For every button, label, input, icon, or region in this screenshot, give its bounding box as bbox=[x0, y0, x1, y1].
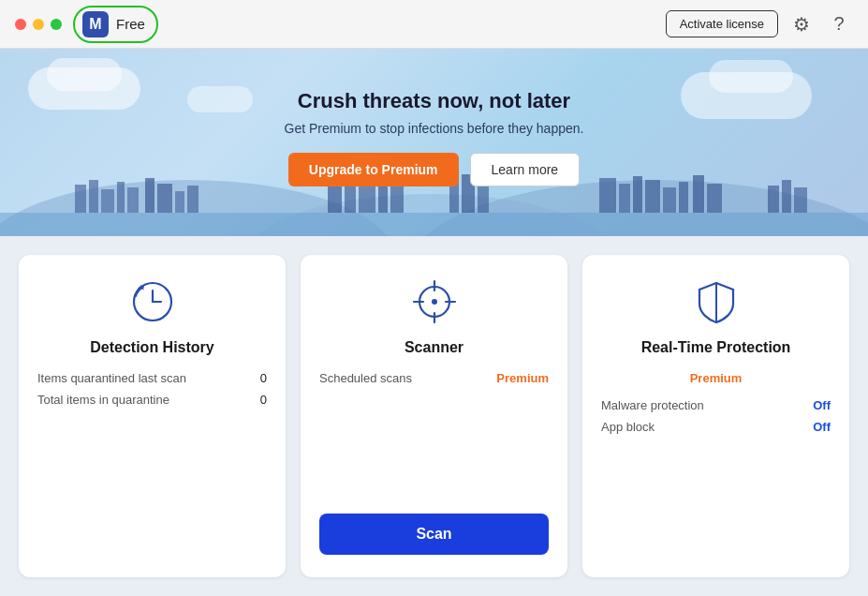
activate-license-button[interactable]: Activate license bbox=[666, 10, 778, 37]
svg-rect-31 bbox=[794, 187, 807, 213]
title-bar-right: Activate license ⚙ ? bbox=[666, 10, 853, 38]
svg-rect-11 bbox=[175, 191, 184, 213]
svg-rect-15 bbox=[359, 184, 375, 213]
svg-rect-27 bbox=[693, 175, 704, 213]
maximize-button[interactable] bbox=[51, 19, 62, 30]
svg-rect-10 bbox=[157, 184, 172, 213]
hero-title: Crush threats now, not later bbox=[285, 89, 584, 113]
svg-rect-24 bbox=[645, 180, 660, 213]
svg-point-41 bbox=[432, 299, 437, 305]
scheduled-scans-label: Scheduled scans bbox=[319, 371, 412, 385]
svg-rect-22 bbox=[619, 184, 630, 213]
svg-rect-7 bbox=[117, 182, 125, 213]
brand-logo: M bbox=[82, 11, 109, 37]
detection-history-card: Detection History Items quarantined last… bbox=[19, 255, 286, 577]
stat-row-quarantined: Items quarantined last scan 0 bbox=[37, 371, 267, 385]
svg-rect-26 bbox=[679, 182, 688, 213]
svg-rect-12 bbox=[187, 186, 199, 213]
app-block-row: App block Off bbox=[601, 420, 831, 434]
svg-rect-30 bbox=[782, 180, 791, 213]
malware-protection-value: Off bbox=[813, 398, 831, 412]
svg-rect-29 bbox=[768, 186, 779, 213]
cloud-left-top bbox=[47, 58, 122, 91]
realtime-protection-body: Malware protection Off App block Off bbox=[601, 398, 831, 555]
hero-subtitle: Get Premium to stop infections before th… bbox=[285, 121, 584, 136]
scheduled-scans-row: Scheduled scans Premium bbox=[319, 371, 549, 385]
shield-icon bbox=[692, 277, 741, 326]
help-icon[interactable]: ? bbox=[825, 10, 853, 38]
svg-rect-28 bbox=[707, 184, 722, 213]
traffic-lights bbox=[15, 19, 62, 30]
svg-rect-6 bbox=[101, 189, 114, 213]
svg-rect-21 bbox=[599, 178, 616, 213]
svg-rect-5 bbox=[89, 180, 98, 213]
cards-section: Detection History Items quarantined last… bbox=[0, 236, 868, 596]
scan-button[interactable]: Scan bbox=[319, 514, 549, 555]
quarantined-label: Items quarantined last scan bbox=[37, 371, 186, 385]
svg-rect-9 bbox=[145, 178, 154, 213]
scanner-card: Scanner Scheduled scans Premium Scan bbox=[301, 255, 567, 577]
hero-content: Crush threats now, not later Get Premium… bbox=[285, 89, 584, 186]
close-button[interactable] bbox=[15, 19, 26, 30]
hero-section: Crush threats now, not later Get Premium… bbox=[0, 49, 868, 236]
learn-more-button[interactable]: Learn more bbox=[470, 153, 581, 186]
total-value: 0 bbox=[260, 393, 267, 407]
svg-rect-25 bbox=[663, 187, 676, 213]
detection-history-title: Detection History bbox=[90, 339, 213, 356]
upgrade-premium-button[interactable]: Upgrade to Premium bbox=[288, 153, 459, 186]
quarantined-value: 0 bbox=[260, 371, 267, 385]
app-block-label: App block bbox=[601, 420, 655, 434]
scheduled-scans-value: Premium bbox=[496, 371, 549, 385]
minimize-button[interactable] bbox=[33, 19, 44, 30]
svg-rect-8 bbox=[127, 187, 139, 213]
malware-protection-label: Malware protection bbox=[601, 398, 704, 412]
hero-buttons: Upgrade to Premium Learn more bbox=[285, 153, 584, 186]
brand-area: M Free bbox=[73, 6, 158, 43]
settings-icon[interactable]: ⚙ bbox=[787, 10, 816, 38]
realtime-protection-card: Real-Time Protection Premium Malware pro… bbox=[582, 255, 849, 577]
history-icon bbox=[128, 277, 177, 326]
svg-rect-20 bbox=[478, 184, 489, 213]
cloud-center-left bbox=[187, 86, 253, 112]
scanner-body: Scheduled scans Premium bbox=[319, 371, 549, 504]
svg-rect-3 bbox=[0, 213, 868, 236]
realtime-premium-badge: Premium bbox=[690, 371, 743, 385]
detection-history-body: Items quarantined last scan 0 Total item… bbox=[37, 371, 267, 555]
realtime-protection-title: Real-Time Protection bbox=[641, 339, 791, 356]
scanner-title: Scanner bbox=[405, 339, 463, 356]
cloud-right-top bbox=[709, 60, 793, 93]
title-bar: M Free Activate license ⚙ ? bbox=[0, 0, 868, 49]
svg-rect-4 bbox=[75, 185, 86, 213]
svg-rect-23 bbox=[633, 176, 642, 213]
malware-protection-row: Malware protection Off bbox=[601, 398, 831, 412]
app-block-value: Off bbox=[813, 420, 831, 434]
stat-row-total: Total items in quarantine 0 bbox=[37, 393, 267, 407]
free-label: Free bbox=[116, 16, 145, 32]
scanner-icon bbox=[410, 277, 459, 326]
total-label: Total items in quarantine bbox=[37, 393, 169, 407]
